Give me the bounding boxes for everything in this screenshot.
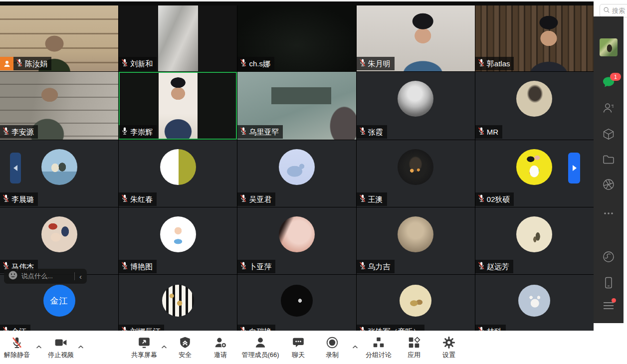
record-icon — [311, 336, 353, 349]
avatar — [400, 285, 431, 317]
participant-tile[interactable]: 乌里亚罕 — [237, 72, 356, 140]
settings-icon — [428, 336, 470, 349]
participant-tile[interactable]: 郭atlas — [475, 5, 594, 71]
next-page-button[interactable] — [568, 153, 580, 183]
participant-tile[interactable]: 张霞 — [357, 72, 475, 140]
share-screen-icon — [123, 336, 165, 349]
avatar — [279, 216, 315, 252]
participant-name-row: 博艳图 — [119, 260, 157, 273]
unread-badge: 1 — [610, 73, 621, 81]
user-avatar[interactable] — [600, 38, 618, 56]
participant-name-row: 郭atlas — [475, 57, 514, 70]
participant-name: 王澳 — [368, 195, 383, 203]
mic-muted-icon — [478, 326, 485, 331]
participant-tile[interactable]: 博艳图 — [119, 207, 237, 274]
participant-tile[interactable]: 陈汝娟 — [0, 5, 118, 71]
mic-muted-icon — [359, 127, 366, 137]
participant-name: 卜亚萍 — [249, 262, 271, 271]
participant-tile[interactable]: 马伟杰 — [0, 207, 118, 274]
participant-tile[interactable]: 刘娜辰汀 — [119, 275, 237, 331]
participant-name: 乌力吉 — [368, 262, 391, 271]
emoji-icon[interactable] — [8, 270, 18, 282]
participant-name-row: 吴亚君 — [237, 192, 275, 206]
participant-name-row: 朱月明 — [357, 57, 395, 70]
participant-name-row: 林科 — [475, 325, 506, 331]
participant-name: 金江 — [11, 327, 26, 331]
participant-tile[interactable]: 乌力吉 — [357, 207, 475, 274]
share-screen-button[interactable]: 共享屏幕 — [123, 336, 165, 360]
participant-tile[interactable]: 林科 — [475, 275, 594, 331]
phone-icon[interactable] — [602, 276, 615, 291]
participant-name: 刘娜辰汀 — [130, 327, 160, 331]
participant-name-row: ch.s娜 — [237, 57, 274, 70]
participant-name-row: 刘新和 — [119, 57, 157, 70]
participant-tile[interactable]: 卜亚萍 — [237, 207, 356, 274]
participant-tile[interactable]: MR — [475, 72, 594, 140]
search-placeholder: 搜索 — [612, 6, 625, 15]
mic-muted-icon — [478, 261, 485, 272]
participant-name-row: 卜亚萍 — [237, 260, 275, 273]
participant-name: MR — [487, 128, 498, 136]
chevron-up-icon[interactable] — [78, 342, 84, 351]
participant-name-row: 李晨璐 — [0, 192, 38, 206]
participant-name-row: 张铁军（旁听） — [357, 325, 424, 331]
unmute-button[interactable]: 解除静音 — [0, 336, 38, 360]
participant-name: 吴亚君 — [249, 195, 271, 203]
participant-tile[interactable]: ch.s娜 — [237, 5, 356, 71]
chat-input[interactable]: 说点什么... — [21, 272, 53, 281]
participant-name-row: MR — [475, 125, 502, 139]
participant-name-row: 李崇辉 — [119, 125, 157, 139]
contacts-icon[interactable] — [602, 102, 615, 117]
participant-tile[interactable]: 刘新和 — [119, 5, 237, 71]
moments-icon[interactable] — [602, 178, 615, 193]
participant-name: 李安源 — [11, 128, 34, 136]
meeting-titlebar — [0, 1, 594, 5]
quick-chat-bar[interactable]: 说点什么... ‹ — [4, 269, 87, 284]
mic-muted-icon — [240, 58, 247, 69]
settings-button[interactable]: 设置 — [428, 336, 470, 360]
person-icon — [3, 60, 11, 68]
avatar — [41, 149, 77, 185]
participant-name: 李晨璐 — [11, 195, 34, 203]
mic-muted-icon — [359, 261, 366, 272]
participant-name-row: 赵远芳 — [475, 260, 513, 273]
search-input[interactable]: 搜索 — [600, 4, 627, 17]
participant-name: 张铁军（旁听） — [368, 327, 420, 331]
mic-muted-icon — [16, 58, 23, 69]
avatar — [516, 216, 552, 252]
participant-tile[interactable]: 白瑞艳 — [237, 275, 356, 331]
mic-muted-icon — [359, 326, 366, 331]
favorites-icon[interactable] — [602, 128, 615, 143]
files-icon[interactable] — [602, 153, 615, 168]
participant-name: 张霞 — [368, 128, 383, 136]
mic-muted-icon — [121, 58, 128, 69]
participant-tile[interactable]: 朱月明 — [357, 5, 475, 71]
participant-name-row: 张霞 — [357, 125, 387, 139]
participant-name-row: 刘娜辰汀 — [119, 325, 164, 331]
avatar — [41, 216, 77, 252]
mic-muted-icon — [121, 261, 128, 272]
stop-video-button[interactable]: 停止视频 — [40, 336, 82, 360]
prev-page-button[interactable] — [10, 153, 21, 183]
video-grid: 陈汝娟 刘新和 ch.s娜 朱月明 — [0, 5, 594, 331]
record-button[interactable]: 录制 — [311, 336, 353, 360]
mic-muted-icon — [359, 58, 366, 69]
arrow-right-icon — [573, 165, 580, 171]
more-icon[interactable] — [602, 208, 615, 217]
participant-tile[interactable]: 李崇辉 — [119, 72, 237, 140]
participant-tile[interactable]: 张铁军（旁听） — [357, 275, 475, 331]
participant-name: 赵远芳 — [487, 262, 509, 271]
participant-tile[interactable]: 吴亚君 — [237, 140, 356, 207]
participant-name: 博艳图 — [130, 262, 153, 271]
collapse-chatbar-button[interactable]: ‹ — [78, 273, 83, 280]
avatar: 金江 — [43, 285, 75, 317]
participant-tile[interactable]: 朱红春 — [119, 140, 237, 207]
participant-name: 白瑞艳 — [249, 327, 271, 331]
participant-tile[interactable]: 李安源 — [0, 72, 118, 140]
participant-tile[interactable]: 赵远芳 — [475, 207, 594, 274]
participant-tile[interactable]: 王澳 — [357, 140, 475, 207]
avatar — [518, 285, 550, 317]
mic-muted-icon — [240, 261, 247, 272]
participant-name: 朱月明 — [368, 59, 391, 68]
mini-programs-icon[interactable] — [602, 250, 615, 265]
